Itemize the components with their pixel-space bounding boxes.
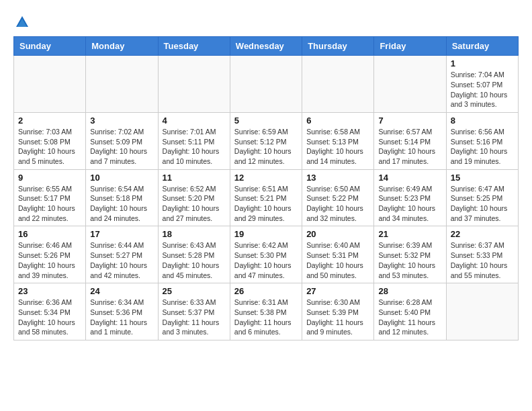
day-number: 13 xyxy=(306,173,369,183)
weekday-header-monday: Monday xyxy=(86,37,158,56)
calendar-cell: 9Sunrise: 6:55 AM Sunset: 5:17 PM Daylig… xyxy=(14,169,86,226)
calendar-cell: 14Sunrise: 6:49 AM Sunset: 5:23 PM Dayli… xyxy=(374,169,446,226)
calendar-cell xyxy=(374,56,446,113)
day-info: Sunrise: 6:57 AM Sunset: 5:14 PM Dayligh… xyxy=(378,127,441,167)
day-number: 5 xyxy=(234,116,298,126)
calendar-cell: 17Sunrise: 6:44 AM Sunset: 5:27 PM Dayli… xyxy=(86,226,158,283)
day-number: 2 xyxy=(18,116,81,126)
day-info: Sunrise: 6:59 AM Sunset: 5:12 PM Dayligh… xyxy=(234,127,298,167)
weekday-header-tuesday: Tuesday xyxy=(158,37,230,56)
day-number: 27 xyxy=(306,286,369,296)
day-number: 14 xyxy=(378,173,441,183)
calendar-cell: 26Sunrise: 6:31 AM Sunset: 5:38 PM Dayli… xyxy=(230,283,302,340)
calendar-cell xyxy=(230,56,302,113)
day-info: Sunrise: 7:02 AM Sunset: 5:09 PM Dayligh… xyxy=(90,127,153,167)
calendar-cell: 4Sunrise: 7:01 AM Sunset: 5:11 PM Daylig… xyxy=(158,112,230,169)
day-number: 18 xyxy=(163,229,226,239)
day-info: Sunrise: 6:52 AM Sunset: 5:20 PM Dayligh… xyxy=(163,184,226,224)
calendar-cell: 28Sunrise: 6:28 AM Sunset: 5:40 PM Dayli… xyxy=(374,283,446,340)
day-info: Sunrise: 6:46 AM Sunset: 5:26 PM Dayligh… xyxy=(18,240,81,280)
calendar-cell: 5Sunrise: 6:59 AM Sunset: 5:12 PM Daylig… xyxy=(230,112,302,169)
day-info: Sunrise: 7:03 AM Sunset: 5:08 PM Dayligh… xyxy=(18,127,81,167)
weekday-header-saturday: Saturday xyxy=(446,37,518,56)
day-number: 11 xyxy=(163,173,226,183)
day-info: Sunrise: 6:44 AM Sunset: 5:27 PM Dayligh… xyxy=(90,240,153,280)
calendar: SundayMondayTuesdayWednesdayThursdayFrid… xyxy=(13,36,519,340)
day-info: Sunrise: 7:01 AM Sunset: 5:11 PM Dayligh… xyxy=(163,127,226,167)
day-number: 10 xyxy=(90,173,153,183)
day-info: Sunrise: 6:40 AM Sunset: 5:31 PM Dayligh… xyxy=(306,240,369,280)
calendar-cell: 13Sunrise: 6:50 AM Sunset: 5:22 PM Dayli… xyxy=(302,169,374,226)
day-number: 4 xyxy=(163,116,226,126)
calendar-cell: 22Sunrise: 6:37 AM Sunset: 5:33 PM Dayli… xyxy=(446,226,518,283)
calendar-cell: 18Sunrise: 6:43 AM Sunset: 5:28 PM Dayli… xyxy=(158,226,230,283)
calendar-cell: 23Sunrise: 6:36 AM Sunset: 5:34 PM Dayli… xyxy=(14,283,86,340)
day-number: 22 xyxy=(451,229,514,239)
calendar-cell: 8Sunrise: 6:56 AM Sunset: 5:16 PM Daylig… xyxy=(446,112,518,169)
day-number: 3 xyxy=(90,116,153,126)
day-info: Sunrise: 6:28 AM Sunset: 5:40 PM Dayligh… xyxy=(378,298,441,337)
day-number: 21 xyxy=(378,229,441,239)
day-number: 12 xyxy=(234,173,298,183)
weekday-header-thursday: Thursday xyxy=(302,37,374,56)
weekday-header-sunday: Sunday xyxy=(14,37,86,56)
day-info: Sunrise: 6:47 AM Sunset: 5:25 PM Dayligh… xyxy=(451,184,514,224)
day-info: Sunrise: 6:58 AM Sunset: 5:13 PM Dayligh… xyxy=(306,127,369,167)
logo-icon xyxy=(15,15,30,30)
day-info: Sunrise: 6:33 AM Sunset: 5:37 PM Dayligh… xyxy=(163,298,226,337)
day-info: Sunrise: 6:55 AM Sunset: 5:17 PM Dayligh… xyxy=(18,184,81,224)
day-number: 8 xyxy=(451,116,514,126)
calendar-cell: 12Sunrise: 6:51 AM Sunset: 5:21 PM Dayli… xyxy=(230,169,302,226)
day-number: 26 xyxy=(234,286,298,296)
day-number: 7 xyxy=(378,116,441,126)
calendar-cell: 21Sunrise: 6:39 AM Sunset: 5:32 PM Dayli… xyxy=(374,226,446,283)
week-row-0: 1Sunrise: 7:04 AM Sunset: 5:07 PM Daylig… xyxy=(14,56,519,113)
day-info: Sunrise: 6:42 AM Sunset: 5:30 PM Dayligh… xyxy=(234,240,298,280)
day-number: 19 xyxy=(234,229,298,239)
week-row-1: 2Sunrise: 7:03 AM Sunset: 5:08 PM Daylig… xyxy=(14,112,519,169)
page-header xyxy=(13,13,519,30)
weekday-header-wednesday: Wednesday xyxy=(230,37,302,56)
calendar-cell: 15Sunrise: 6:47 AM Sunset: 5:25 PM Dayli… xyxy=(446,169,518,226)
day-number: 24 xyxy=(90,286,153,296)
calendar-cell: 7Sunrise: 6:57 AM Sunset: 5:14 PM Daylig… xyxy=(374,112,446,169)
calendar-cell xyxy=(86,56,158,113)
calendar-cell: 6Sunrise: 6:58 AM Sunset: 5:13 PM Daylig… xyxy=(302,112,374,169)
week-row-2: 9Sunrise: 6:55 AM Sunset: 5:17 PM Daylig… xyxy=(14,169,519,226)
calendar-cell: 27Sunrise: 6:30 AM Sunset: 5:39 PM Dayli… xyxy=(302,283,374,340)
calendar-cell: 19Sunrise: 6:42 AM Sunset: 5:30 PM Dayli… xyxy=(230,226,302,283)
day-info: Sunrise: 6:56 AM Sunset: 5:16 PM Dayligh… xyxy=(451,127,514,167)
weekday-header-row: SundayMondayTuesdayWednesdayThursdayFrid… xyxy=(14,37,519,56)
calendar-cell: 2Sunrise: 7:03 AM Sunset: 5:08 PM Daylig… xyxy=(14,112,86,169)
day-info: Sunrise: 6:30 AM Sunset: 5:39 PM Dayligh… xyxy=(306,298,369,337)
day-number: 28 xyxy=(378,286,441,296)
calendar-cell xyxy=(302,56,374,113)
day-number: 16 xyxy=(18,229,81,239)
calendar-cell: 1Sunrise: 7:04 AM Sunset: 5:07 PM Daylig… xyxy=(446,56,518,113)
day-info: Sunrise: 6:31 AM Sunset: 5:38 PM Dayligh… xyxy=(234,298,298,337)
calendar-cell: 25Sunrise: 6:33 AM Sunset: 5:37 PM Dayli… xyxy=(158,283,230,340)
calendar-cell: 3Sunrise: 7:02 AM Sunset: 5:09 PM Daylig… xyxy=(86,112,158,169)
day-info: Sunrise: 6:39 AM Sunset: 5:32 PM Dayligh… xyxy=(378,240,441,280)
day-number: 25 xyxy=(163,286,226,296)
calendar-cell: 10Sunrise: 6:54 AM Sunset: 5:18 PM Dayli… xyxy=(86,169,158,226)
day-number: 1 xyxy=(451,58,514,68)
day-number: 9 xyxy=(18,173,81,183)
weekday-header-friday: Friday xyxy=(374,37,446,56)
day-info: Sunrise: 6:43 AM Sunset: 5:28 PM Dayligh… xyxy=(163,240,226,280)
day-info: Sunrise: 6:37 AM Sunset: 5:33 PM Dayligh… xyxy=(451,240,514,280)
calendar-cell: 20Sunrise: 6:40 AM Sunset: 5:31 PM Dayli… xyxy=(302,226,374,283)
logo-text xyxy=(13,13,30,30)
day-number: 20 xyxy=(306,229,369,239)
day-info: Sunrise: 7:04 AM Sunset: 5:07 PM Dayligh… xyxy=(451,70,514,109)
calendar-cell: 16Sunrise: 6:46 AM Sunset: 5:26 PM Dayli… xyxy=(14,226,86,283)
day-info: Sunrise: 6:54 AM Sunset: 5:18 PM Dayligh… xyxy=(90,184,153,224)
calendar-cell: 11Sunrise: 6:52 AM Sunset: 5:20 PM Dayli… xyxy=(158,169,230,226)
day-number: 23 xyxy=(18,286,81,296)
week-row-4: 23Sunrise: 6:36 AM Sunset: 5:34 PM Dayli… xyxy=(14,283,519,340)
calendar-cell: 24Sunrise: 6:34 AM Sunset: 5:36 PM Dayli… xyxy=(86,283,158,340)
day-info: Sunrise: 6:34 AM Sunset: 5:36 PM Dayligh… xyxy=(90,298,153,337)
logo xyxy=(13,13,30,30)
day-number: 15 xyxy=(451,173,514,183)
day-info: Sunrise: 6:36 AM Sunset: 5:34 PM Dayligh… xyxy=(18,298,81,337)
